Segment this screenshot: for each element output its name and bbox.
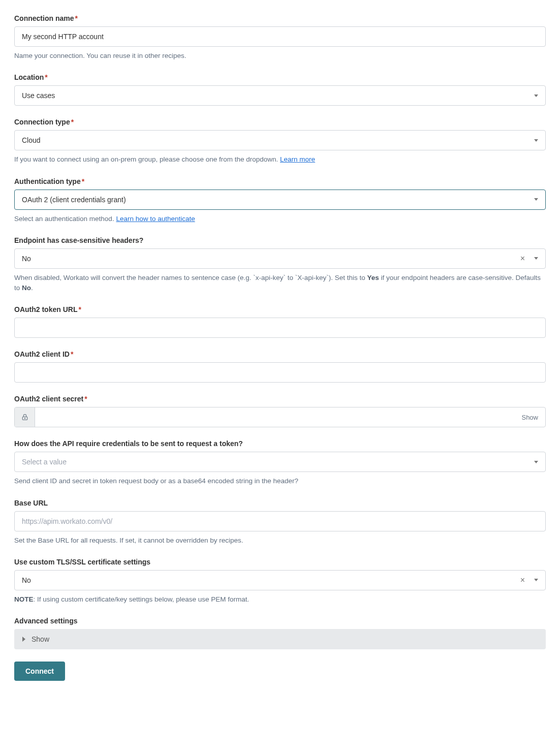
tls-value: No	[22, 576, 520, 584]
case-sensitive-label: Endpoint has case-sensitive headers?	[14, 236, 546, 244]
token-url-input[interactable]	[22, 324, 538, 332]
case-sensitive-select[interactable]: No ×	[14, 248, 546, 269]
chevron-right-icon	[22, 637, 25, 642]
chevron-down-icon	[534, 198, 538, 201]
connect-button[interactable]: Connect	[14, 662, 65, 681]
tls-helper: NOTE: If using custom certificate/key se…	[14, 594, 546, 605]
advanced-show-text: Show	[32, 635, 49, 643]
tls-label: Use custom TLS/SSL certificate settings	[14, 558, 546, 566]
location-value: Use cases	[22, 91, 530, 100]
auth-type-value: OAuth 2 (client credentials grant)	[22, 196, 530, 204]
base-url-wrapper[interactable]	[14, 511, 546, 531]
client-secret-input[interactable]	[35, 407, 514, 427]
chevron-down-icon	[534, 139, 538, 142]
credentials-method-placeholder: Select a value	[22, 458, 530, 466]
learn-more-link[interactable]: Learn more	[280, 155, 315, 163]
connection-type-helper: If you want to connect using an on-prem …	[14, 154, 546, 165]
chevron-down-icon	[534, 461, 538, 463]
credentials-method-select[interactable]: Select a value	[14, 452, 546, 472]
credentials-method-helper: Send client ID and secret in token reque…	[14, 476, 546, 486]
client-id-input[interactable]	[22, 368, 538, 376]
svg-point-1	[24, 418, 25, 419]
auth-type-label: Authentication type*	[14, 177, 546, 185]
client-id-wrapper[interactable]	[14, 362, 546, 383]
auth-type-helper: Select an authentication method. Learn h…	[14, 214, 546, 224]
case-sensitive-helper: When disabled, Workato will convert the …	[14, 273, 546, 294]
learn-authenticate-link[interactable]: Learn how to authenticate	[116, 215, 195, 223]
connection-name-input[interactable]	[22, 33, 538, 41]
client-secret-wrapper[interactable]: Show	[14, 407, 546, 427]
connection-name-input-wrapper[interactable]	[14, 26, 546, 47]
base-url-input[interactable]	[22, 517, 538, 525]
case-sensitive-value: No	[22, 255, 520, 263]
location-select[interactable]: Use cases	[14, 85, 546, 106]
token-url-label: OAuth2 token URL*	[14, 305, 546, 313]
advanced-label: Advanced settings	[14, 617, 546, 625]
client-id-label: OAuth2 client ID*	[14, 350, 546, 358]
chevron-down-icon	[534, 95, 538, 97]
advanced-toggle[interactable]: Show	[14, 629, 546, 649]
show-secret-toggle[interactable]: Show	[514, 407, 545, 427]
credentials-method-label: How does the API require credentials to …	[14, 439, 546, 448]
base-url-label: Base URL	[14, 499, 546, 507]
clear-icon[interactable]: ×	[520, 255, 525, 263]
tls-select[interactable]: No ×	[14, 570, 546, 590]
token-url-wrapper[interactable]	[14, 318, 546, 338]
clear-icon[interactable]: ×	[520, 576, 525, 584]
lock-icon	[15, 407, 35, 427]
location-label: Location*	[14, 73, 546, 81]
auth-type-select[interactable]: OAuth 2 (client credentials grant)	[14, 190, 546, 210]
client-secret-label: OAuth2 client secret*	[14, 395, 546, 403]
connection-type-select[interactable]: Cloud	[14, 130, 546, 150]
chevron-down-icon	[534, 579, 538, 581]
connection-name-label: Connection name*	[14, 14, 546, 22]
connection-type-label: Connection type*	[14, 118, 546, 126]
connection-name-helper: Name your connection. You can reuse it i…	[14, 51, 546, 61]
connection-type-value: Cloud	[22, 136, 530, 144]
base-url-helper: Set the Base URL for all requests. If se…	[14, 536, 546, 546]
chevron-down-icon	[534, 257, 538, 260]
